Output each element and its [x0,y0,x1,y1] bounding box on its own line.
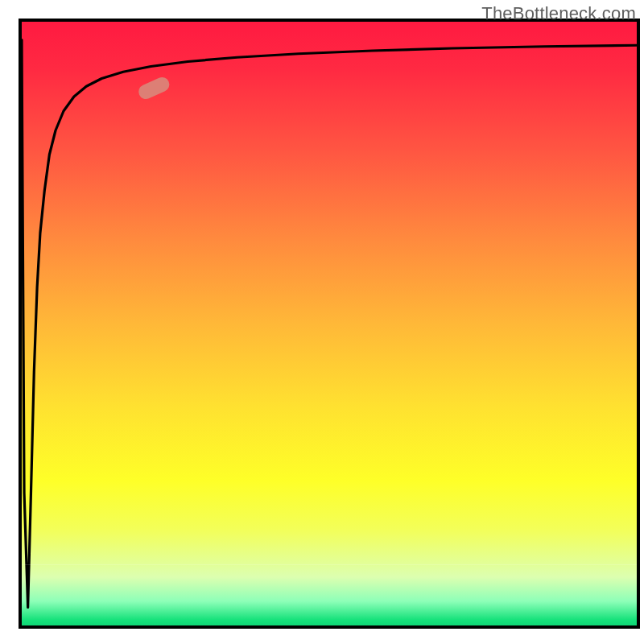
highlighted-point [136,75,171,101]
chart-container: TheBottleneck.com [0,0,644,644]
svg-rect-0 [136,75,171,101]
plot-area [19,19,640,629]
bottleneck-curve [22,22,637,625]
watermark-label: TheBottleneck.com [481,3,636,24]
